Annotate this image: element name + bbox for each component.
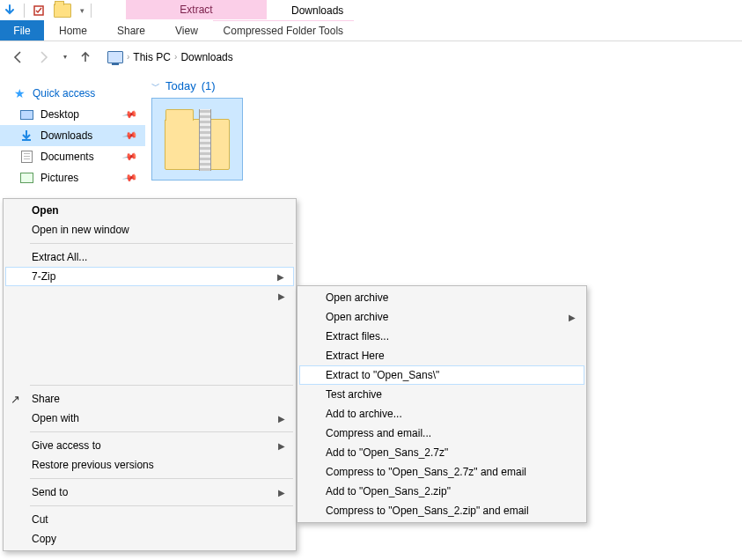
menu-share[interactable]: ↗Share — [5, 389, 294, 409]
menu-label: Open archive — [326, 311, 388, 323]
group-header-today[interactable]: ﹀ Today (1) — [151, 79, 742, 92]
file-tab-label: File — [13, 25, 30, 37]
menu-test-archive[interactable]: Test archive — [299, 385, 584, 404]
tab-compressed-folder-tools[interactable]: Compressed Folder Tools — [213, 20, 354, 41]
file-item-zip[interactable] — [151, 98, 243, 181]
this-pc-icon — [107, 51, 123, 63]
qat-dropdown-icon[interactable]: ▾ — [80, 6, 84, 15]
properties-icon[interactable] — [31, 3, 47, 18]
menu-label: Share — [32, 393, 60, 405]
group-label: Today — [165, 79, 196, 92]
menu-add-to-zip[interactable]: Add to "Open_Sans_2.zip" — [299, 482, 584, 501]
menu-label: Restore previous versions — [32, 459, 154, 471]
menu-label: Extract files... — [326, 330, 389, 343]
menu-open-new-window[interactable]: Open in new window — [5, 220, 294, 239]
recent-locations-button[interactable]: ▾ — [58, 48, 70, 67]
menu-open-archive-sub[interactable]: Open archive▶ — [299, 307, 584, 327]
contextual-tab-extract[interactable]: Extract — [126, 0, 267, 19]
sidebar-item-label: Downloads — [40, 129, 92, 142]
menu-open-with[interactable]: Open with▶ — [5, 409, 294, 428]
submenu-arrow-icon: ▶ — [278, 414, 285, 424]
submenu-arrow-icon: ▶ — [278, 291, 285, 301]
window-title: Downloads — [291, 1, 343, 20]
sidebar-item-label: Quick access — [33, 87, 95, 99]
separator — [24, 4, 25, 18]
tab-view[interactable]: View — [160, 20, 213, 41]
menu-label: Test archive — [326, 388, 382, 401]
menu-add-to-archive[interactable]: Add to archive... — [299, 404, 584, 424]
menu-label: Extract to "Open_Sans\" — [326, 369, 439, 381]
star-icon: ★ — [14, 86, 26, 100]
menu-open[interactable]: Open — [5, 201, 294, 220]
context-submenu-7zip: Open archive Open archive▶ Extract files… — [297, 285, 587, 523]
menu-label: Send to — [32, 486, 68, 498]
menu-spacer — [5, 306, 294, 381]
contextual-tab-label: Extract — [180, 4, 212, 16]
back-button[interactable] — [9, 48, 28, 67]
menu-label: Extract All... — [32, 251, 87, 263]
tab-home[interactable]: Home — [44, 20, 102, 41]
chevron-right-icon[interactable]: › — [174, 52, 177, 62]
menu-cut[interactable]: Cut — [5, 510, 294, 529]
context-menu: Open Open in new window Extract All... 7… — [3, 198, 297, 551]
menu-label: Add to "Open_Sans_2.7z" — [326, 446, 448, 459]
menu-separator — [30, 505, 293, 506]
chevron-down-icon: ﹀ — [151, 80, 160, 92]
breadcrumb-this-pc[interactable]: This PC — [133, 51, 171, 63]
file-thumbnail — [151, 98, 243, 181]
sidebar-item-documents[interactable]: Documents 📌 — [0, 146, 145, 167]
menu-copy[interactable]: Copy — [5, 529, 294, 549]
separator — [91, 4, 92, 18]
desktop-icon — [20, 110, 33, 120]
menu-label — [32, 290, 34, 302]
contextual-tab-group: Extract — [126, 0, 267, 20]
menu-add-to-7z[interactable]: Add to "Open_Sans_2.7z" — [299, 443, 584, 462]
menu-label: Open archive — [326, 291, 388, 304]
up-button[interactable] — [76, 48, 95, 67]
sidebar-quick-access[interactable]: ★ Quick access — [0, 83, 145, 104]
folder-icon — [54, 4, 71, 18]
menu-unknown-submenu[interactable]: ▶ — [5, 286, 294, 306]
menu-send-to[interactable]: Send to▶ — [5, 483, 294, 502]
menu-separator — [30, 243, 293, 244]
chevron-right-icon[interactable]: › — [127, 52, 129, 62]
svg-rect-1 — [22, 139, 31, 141]
menu-label: Extract Here — [326, 350, 385, 362]
menu-restore-previous-versions[interactable]: Restore previous versions — [5, 455, 294, 475]
menu-separator — [30, 431, 293, 432]
menu-extract-all[interactable]: Extract All... — [5, 247, 294, 267]
menu-give-access-to[interactable]: Give access to▶ — [5, 436, 294, 455]
pictures-icon — [20, 173, 33, 183]
pin-icon: 📌 — [122, 128, 139, 144]
file-tab[interactable]: File — [0, 20, 44, 41]
menu-label: Copy — [32, 533, 56, 545]
forward-button — [33, 48, 53, 67]
menu-compress-7z-email[interactable]: Compress to "Open_Sans_2.7z" and email — [299, 462, 584, 482]
menu-extract-to-folder[interactable]: Extract to "Open_Sans\" — [299, 365, 584, 385]
tab-label: Compressed Folder Tools — [224, 25, 344, 37]
breadcrumb[interactable]: › This PC › Downloads — [107, 51, 233, 63]
navigation-bar: ▾ › This PC › Downloads — [0, 41, 742, 72]
menu-extract-files[interactable]: Extract files... — [299, 327, 584, 346]
menu-open-archive[interactable]: Open archive — [299, 288, 584, 307]
menu-label: Compress to "Open_Sans_2.7z" and email — [326, 466, 526, 478]
submenu-arrow-icon: ▶ — [278, 488, 285, 497]
menu-extract-here[interactable]: Extract Here — [299, 346, 584, 365]
tab-share[interactable]: Share — [102, 20, 160, 41]
sidebar-item-pictures[interactable]: Pictures 📌 — [0, 167, 145, 188]
tab-label: Share — [117, 25, 145, 37]
quick-access-toolbar: ▾ — [0, 1, 94, 20]
menu-compress-zip-email[interactable]: Compress to "Open_Sans_2.zip" and email — [299, 501, 584, 520]
menu-compress-and-email[interactable]: Compress and email... — [299, 424, 584, 443]
documents-icon — [21, 151, 33, 163]
tab-label: View — [175, 25, 198, 37]
menu-label: Open with — [32, 412, 79, 424]
tab-label: Home — [59, 25, 87, 37]
menu-separator — [30, 385, 293, 386]
sidebar-item-downloads[interactable]: Downloads 📌 — [0, 125, 145, 146]
menu-7zip[interactable]: 7-Zip▶ — [5, 267, 294, 286]
sidebar-item-desktop[interactable]: Desktop 📌 — [0, 104, 145, 125]
group-count: (1) — [202, 79, 216, 92]
breadcrumb-downloads[interactable]: Downloads — [180, 51, 232, 63]
submenu-arrow-icon: ▶ — [278, 441, 285, 451]
